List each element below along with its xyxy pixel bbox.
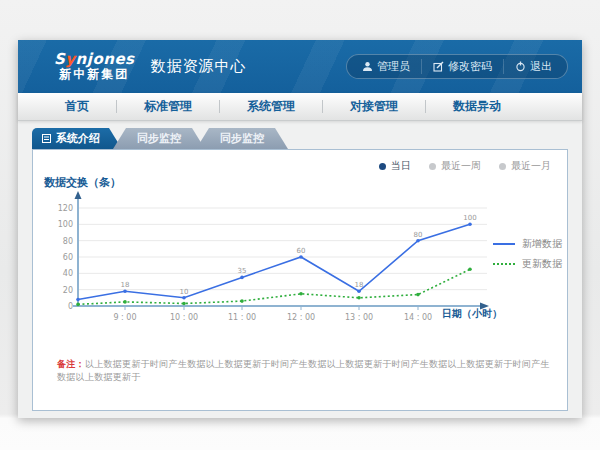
nav-item-home[interactable]: 首页: [38, 98, 116, 115]
svg-text:60: 60: [63, 253, 73, 262]
edit-icon: [433, 61, 444, 72]
svg-text:40: 40: [63, 269, 73, 278]
svg-text:35: 35: [238, 267, 247, 275]
current-user-label: 管理员: [377, 59, 410, 74]
page-title: 数据资源中心: [151, 57, 247, 76]
svg-text:12 : 00: 12 : 00: [287, 313, 315, 322]
filter-label: 当日: [391, 159, 411, 173]
svg-text:20: 20: [63, 286, 73, 295]
radio-dot-icon: [499, 163, 506, 170]
nav-item-system-mgmt[interactable]: 系统管理: [220, 98, 322, 115]
svg-text:60: 60: [297, 247, 306, 255]
logo-accent: y: [65, 50, 75, 68]
header: Synjones 新中新集团 数据资源中心 管理员 修改密码: [18, 40, 582, 93]
filter-label: 最近一月: [511, 159, 551, 173]
footnote-text: 以上数据更新于时间产生数据以上数据更新于时间产生数据以上数据更新于时间产生数据以…: [57, 359, 550, 382]
brand-name-en: Synjones: [54, 52, 135, 68]
radio-dot-icon: [379, 163, 386, 170]
svg-text:120: 120: [58, 204, 73, 213]
legend-label: 新增数据: [522, 237, 562, 251]
tab-bar: 系统介绍 同步监控 同步监控: [32, 128, 582, 149]
filter-today[interactable]: 当日: [379, 159, 411, 173]
tab-system-intro[interactable]: 系统介绍: [32, 128, 122, 149]
nav-item-data-change[interactable]: 数据异动: [426, 98, 528, 115]
svg-text:80: 80: [414, 231, 423, 239]
svg-text:10: 10: [180, 288, 189, 296]
svg-text:18: 18: [121, 281, 130, 289]
user-icon: [362, 61, 373, 72]
app-window: Synjones 新中新集团 数据资源中心 管理员 修改密码: [18, 40, 582, 418]
nav-item-standard-mgmt[interactable]: 标准管理: [117, 98, 219, 115]
filter-last-month[interactable]: 最近一月: [499, 159, 551, 173]
legend-label: 更新数据: [522, 257, 562, 271]
y-axis-title: 数据交换（条）: [44, 175, 121, 190]
legend-new-data[interactable]: 新增数据: [493, 234, 562, 254]
main-nav: 首页 标准管理 系统管理 对接管理 数据异动: [18, 93, 582, 121]
brand-name-cn: 新中新集团: [54, 68, 135, 81]
tab-label: 同步监控: [137, 128, 181, 149]
radio-dot-icon: [429, 163, 436, 170]
svg-text:10 : 00: 10 : 00: [170, 313, 198, 322]
logout-button[interactable]: 退出: [503, 59, 563, 74]
user-toolbar: 管理员 修改密码 退出: [346, 54, 568, 79]
chart-panel: 当日 最近一周 最近一月 数据交换（条） 0204060801001209 : …: [32, 149, 568, 411]
filter-last-week[interactable]: 最近一周: [429, 159, 481, 173]
filter-label: 最近一周: [441, 159, 481, 173]
brand-logo: Synjones 新中新集团: [54, 52, 135, 80]
svg-text:0: 0: [68, 302, 73, 311]
power-icon: [515, 61, 526, 72]
footnote: 备注：以上数据更新于时间产生数据以上数据更新于时间产生数据以上数据更新于时间产生…: [57, 358, 551, 384]
svg-text:18: 18: [355, 281, 364, 289]
logout-label: 退出: [530, 59, 552, 74]
tab-sync-monitor-1[interactable]: 同步监控: [113, 128, 205, 149]
footnote-label: 备注：: [57, 359, 85, 369]
change-password-button[interactable]: 修改密码: [421, 59, 503, 74]
x-axis-title: 日期（小时）: [442, 307, 502, 321]
tab-sync-monitor-2[interactable]: 同步监控: [196, 128, 288, 149]
content-area: 系统介绍 同步监控 同步监控 当日 最近一周: [18, 121, 582, 418]
legend-updated-data[interactable]: 更新数据: [493, 254, 562, 274]
line-chart: 0204060801001209 : 0010 : 0011 : 0012 : …: [47, 190, 497, 332]
tab-label: 系统介绍: [56, 128, 100, 149]
svg-text:13 : 00: 13 : 00: [345, 313, 373, 322]
current-user-button[interactable]: 管理员: [351, 59, 421, 74]
change-password-label: 修改密码: [448, 59, 492, 74]
nav-item-interface-mgmt[interactable]: 对接管理: [323, 98, 425, 115]
svg-text:80: 80: [63, 237, 73, 246]
svg-text:14 : 00: 14 : 00: [404, 313, 432, 322]
series-legend: 新增数据 更新数据: [493, 234, 562, 274]
svg-text:11 : 00: 11 : 00: [228, 313, 256, 322]
svg-text:100: 100: [463, 214, 476, 222]
range-filters: 当日 最近一周 最近一月: [379, 159, 551, 173]
document-icon: [42, 134, 51, 143]
tab-label: 同步监控: [220, 128, 264, 149]
svg-text:100: 100: [58, 220, 73, 229]
blue-line-icon: [493, 243, 515, 245]
green-dotted-line-icon: [493, 263, 515, 265]
svg-text:9 : 00: 9 : 00: [113, 313, 136, 322]
